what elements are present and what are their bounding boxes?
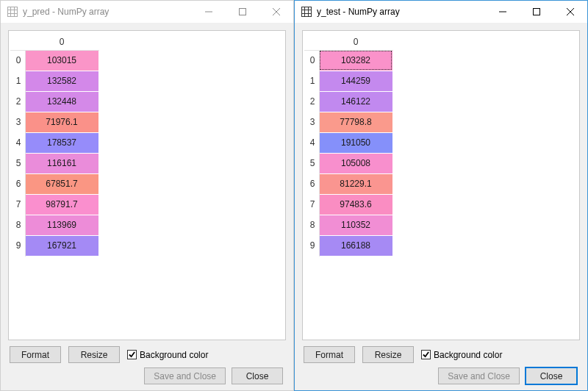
background-color-checkbox[interactable]: Background color [127, 350, 208, 360]
close-button[interactable]: Close [526, 367, 577, 384]
checkbox-icon [127, 350, 137, 359]
row-header[interactable]: 3 [10, 112, 25, 132]
data-cell[interactable]: 166188 [319, 235, 392, 256]
data-cell[interactable]: 191050 [319, 132, 392, 153]
data-cell[interactable]: 110352 [319, 215, 392, 235]
minimize-button[interactable] [486, 1, 520, 23]
svg-rect-9 [302, 7, 312, 17]
row-header[interactable]: 9 [10, 235, 25, 256]
data-cell[interactable]: 132582 [25, 71, 98, 91]
row-header[interactable]: 4 [304, 132, 319, 153]
format-button[interactable]: Format [10, 346, 61, 363]
save-and-close-button[interactable]: Save and Close [144, 367, 226, 384]
data-cell[interactable]: 146122 [319, 91, 392, 112]
svg-rect-0 [8, 7, 18, 17]
data-cell[interactable]: 97483.6 [319, 194, 392, 215]
data-cell[interactable]: 77798.8 [319, 112, 392, 132]
data-cell[interactable]: 71976.1 [25, 112, 98, 132]
bottom-bar: Save and Close Close [8, 365, 286, 386]
data-cell[interactable]: 105008 [319, 153, 392, 173]
minimize-button[interactable] [192, 1, 226, 23]
window-title: y_test - NumPy array [317, 7, 400, 17]
checkbox-label: Background color [140, 350, 208, 360]
row-header[interactable]: 6 [10, 173, 25, 194]
row-header[interactable]: 0 [304, 50, 319, 71]
data-cell[interactable]: 178537 [25, 132, 98, 153]
row-header[interactable]: 2 [304, 91, 319, 112]
row-header[interactable]: 7 [10, 194, 25, 215]
row-header[interactable]: 7 [304, 194, 319, 215]
client-area: 0010301511325822132448371976.14178537511… [1, 23, 293, 390]
row-header[interactable]: 8 [304, 215, 319, 235]
close-button[interactable]: Close [232, 367, 283, 384]
table-corner [10, 34, 25, 50]
row-header[interactable]: 1 [10, 71, 25, 91]
data-grid[interactable]: 0010301511325822132448371976.14178537511… [8, 30, 286, 340]
data-cell[interactable]: 81229.1 [319, 173, 392, 194]
bottom-bar: Save and Close Close [302, 365, 580, 386]
column-header[interactable]: 0 [25, 34, 98, 50]
resize-button[interactable]: Resize [362, 346, 414, 363]
titlebar[interactable]: y_pred - NumPy array [1, 1, 293, 23]
row-header[interactable]: 1 [304, 71, 319, 91]
row-header[interactable]: 5 [304, 153, 319, 173]
save-and-close-button[interactable]: Save and Close [438, 367, 520, 384]
array-viewer-window: y_test - NumPy array 0010328211442592146… [294, 0, 588, 391]
column-header[interactable]: 0 [319, 34, 392, 50]
background-color-checkbox[interactable]: Background color [421, 350, 502, 360]
row-header[interactable]: 2 [10, 91, 25, 112]
grid-icon [7, 6, 18, 18]
data-grid[interactable]: 0010328211442592146122377798.84191050510… [302, 30, 580, 340]
row-header[interactable]: 5 [10, 153, 25, 173]
row-header[interactable]: 9 [304, 235, 319, 256]
close-window-button[interactable] [553, 1, 587, 23]
titlebar[interactable]: y_test - NumPy array [295, 1, 587, 23]
row-header[interactable]: 6 [304, 173, 319, 194]
row-header[interactable]: 4 [10, 132, 25, 153]
checkbox-icon [421, 350, 431, 359]
data-cell[interactable]: 116161 [25, 153, 98, 173]
maximize-button[interactable] [520, 1, 553, 23]
data-cell[interactable]: 103015 [25, 50, 98, 71]
resize-button[interactable]: Resize [68, 346, 120, 363]
row-header[interactable]: 8 [10, 215, 25, 235]
data-cell[interactable]: 132448 [25, 91, 98, 112]
format-button[interactable]: Format [304, 346, 355, 363]
toolbar: Format Resize Background color [8, 340, 286, 365]
svg-rect-6 [240, 9, 246, 15]
toolbar: Format Resize Background color [302, 340, 580, 365]
row-header[interactable]: 3 [304, 112, 319, 132]
data-cell[interactable]: 144259 [319, 71, 392, 91]
table-corner [304, 34, 319, 50]
window-title: y_pred - NumPy array [23, 7, 109, 17]
data-cell[interactable]: 103282 [319, 50, 392, 71]
checkbox-label: Background color [434, 350, 502, 360]
svg-rect-15 [534, 9, 540, 15]
client-area: 0010328211442592146122377798.84191050510… [295, 23, 587, 390]
data-cell[interactable]: 113969 [25, 215, 98, 235]
maximize-button[interactable] [226, 1, 259, 23]
row-header[interactable]: 0 [10, 50, 25, 71]
array-viewer-window: y_pred - NumPy array 0010301511325822132… [0, 0, 294, 391]
close-window-button[interactable] [259, 1, 293, 23]
data-cell[interactable]: 98791.7 [25, 194, 98, 215]
data-cell[interactable]: 167921 [25, 235, 98, 256]
data-cell[interactable]: 67851.7 [25, 173, 98, 194]
grid-icon [301, 6, 312, 18]
